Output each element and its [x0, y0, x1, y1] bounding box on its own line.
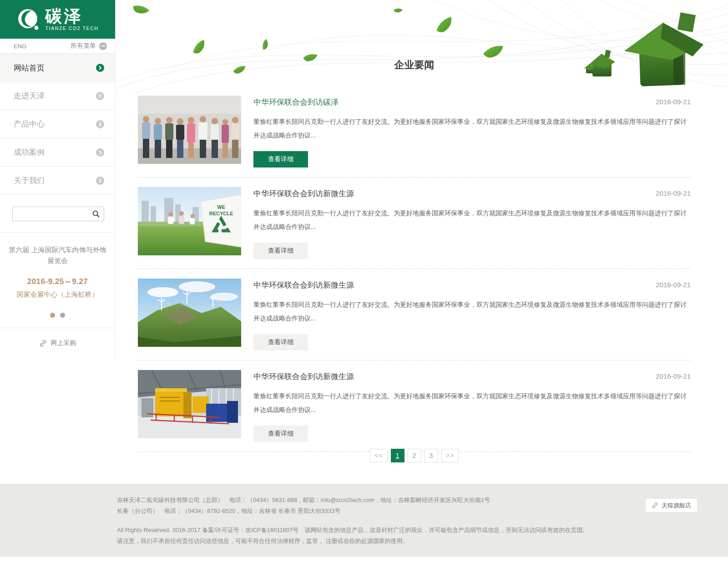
grass-house-icon	[584, 12, 703, 86]
carousel-dot-2[interactable]	[60, 313, 65, 318]
news-body: 中华环保联合会到访新微生源 2016-09-21 董焕红董事长陪同吕克勤一行人进…	[253, 279, 691, 350]
online-procurement-label: 网上采购	[51, 339, 76, 347]
wave-lines	[116, 0, 728, 93]
lang-switch[interactable]: ENG	[14, 43, 26, 50]
header-decoration	[116, 0, 728, 98]
news-excerpt: 董焕红董事长陪同吕克勤一行人进行了友好交流。为更好地服务国家环保事业，双方就国家…	[253, 115, 691, 142]
sidebar-item-about-us[interactable]: 关于我们	[0, 167, 115, 195]
top-bar: ENG 所有菜单	[0, 39, 115, 54]
link-icon	[39, 340, 47, 347]
news-list: 中华环保联合会到访碳泽 2016-09-21 董焕红董事长陪同吕克勤一行人进行了…	[138, 96, 691, 462]
news-date: 2016-09-21	[656, 372, 691, 380]
carousel-dots	[6, 313, 109, 318]
footer-company-line2: 长春（分公司） 电话：（0434）8792-6520，地址：吉林省 长春市 景阳…	[117, 506, 617, 517]
view-details-button[interactable]: 查看详细	[253, 334, 308, 350]
news-title[interactable]: 中华环保联合会到访新微生源	[253, 371, 354, 382]
sidebar-item-cases[interactable]: 成功案例	[0, 138, 115, 167]
pagination-prev[interactable]: <<	[370, 449, 387, 462]
news-thumbnail-factory-hall[interactable]	[138, 370, 241, 438]
logo-cn: 碳泽	[45, 8, 98, 25]
sidebar-item-products[interactable]: 产品中心	[0, 110, 115, 138]
news-title[interactable]: 中华环保联合会到访新微生源	[253, 280, 354, 290]
pagination-next[interactable]: >>	[441, 449, 459, 462]
chevron-right-icon	[96, 177, 104, 185]
news-thumbnail-group-photo[interactable]	[138, 96, 241, 164]
svg-text:RECYCLE: RECYCLE	[209, 211, 233, 216]
logo[interactable]: 碳泽 TIANZE CO2 TECH	[0, 0, 115, 39]
link-icon	[652, 502, 658, 509]
carousel-dot-1[interactable]	[50, 313, 55, 318]
event-date: 2016-9.25～9.27	[6, 276, 109, 287]
news-date: 2016-09-21	[656, 281, 691, 289]
all-menu-label: 所有菜单	[71, 42, 96, 50]
sidebar-item-label: 关于我们	[14, 175, 45, 186]
tmall-store-button[interactable]: 天猫旗舰店	[646, 499, 697, 512]
news-item: WE RECYCLE 中华环保联合会到访新微生源 2016-09-21 董焕红董…	[138, 187, 691, 269]
sidebar-item-home[interactable]: 网站首页	[0, 54, 115, 82]
news-date: 2016-09-21	[656, 189, 691, 197]
minus-circle-icon	[99, 42, 107, 50]
news-body: 中华环保联合会到访碳泽 2016-09-21 董焕红董事长陪同吕克勤一行人进行了…	[253, 96, 691, 167]
sidebar-item-about-tianze[interactable]: 走进天泽	[0, 82, 115, 110]
chevron-right-icon	[96, 148, 104, 157]
footer-rights-line2: 请注意，我们不承担任何责任访问这些信息，可能不符合任何法律程序，监管， 注册或在…	[117, 536, 617, 547]
chevron-right-icon	[96, 64, 104, 72]
tmall-store-label: 天猫旗舰店	[662, 502, 691, 510]
online-procurement-link[interactable]: 网上采购	[0, 328, 115, 360]
logo-leaf-icon	[16, 7, 41, 32]
news-title[interactable]: 中华环保联合会到访碳泽	[253, 97, 339, 107]
search-box	[12, 207, 104, 221]
news-body: 中华环保联合会到访新微生源 2016-09-21 董焕红董事长陪同吕克勤一行人进…	[253, 187, 691, 259]
pagination-page-3[interactable]: 3	[425, 449, 438, 462]
logo-text: 碳泽 TIANZE CO2 TECH	[45, 8, 98, 31]
news-excerpt: 董焕红董事长陪同吕克勤一行人进行了友好交流。为更好地服务国家环保事业，双方就国家…	[253, 206, 691, 233]
footer-company-line1: 吉林天泽二氧化碳科技有限公司（总部） 电话：（0434）5631-888，邮箱：…	[117, 495, 617, 506]
sidebar: 碳泽 TIANZE CO2 TECH ENG 所有菜单 网站首页 走进天泽 产品…	[0, 0, 116, 360]
view-details-button[interactable]: 查看详细	[253, 151, 308, 167]
pagination: << 1 2 3 >>	[138, 449, 691, 462]
event-venue: 国家会展中心（上海虹桥）	[6, 290, 109, 299]
view-details-button[interactable]: 查看详细	[253, 426, 308, 442]
news-title[interactable]: 中华环保联合会到访新微生源	[253, 188, 354, 199]
svg-text:WE: WE	[217, 204, 225, 210]
news-body: 中华环保联合会到访新微生源 2016-09-21 董焕红董事长陪同吕克勤一行人进…	[253, 370, 691, 442]
footer-text: 吉林天泽二氧化碳科技有限公司（总部） 电话：（0434）5631-888，邮箱：…	[117, 495, 617, 547]
search-panel	[0, 195, 115, 233]
sidebar-item-label: 走进天泽	[14, 91, 45, 101]
search-input[interactable]	[13, 208, 88, 220]
search-button[interactable]	[88, 207, 104, 221]
search-icon	[92, 210, 100, 218]
news-thumbnail-we-recycle[interactable]: WE RECYCLE	[138, 187, 241, 255]
event-title-line2: 展览会	[6, 255, 109, 266]
event-banner: 第六届 上海国际汽车内饰与外饰 展览会 2016-9.25～9.27 国家会展中…	[0, 233, 115, 328]
news-date: 2016-09-21	[656, 98, 691, 106]
news-thumbnail-wind-landscape[interactable]	[138, 279, 241, 347]
all-menu-toggle[interactable]: 所有菜单	[71, 42, 107, 50]
pagination-page-2[interactable]: 2	[408, 449, 421, 462]
sidebar-item-label: 成功案例	[14, 147, 45, 157]
news-excerpt: 董焕红董事长陪同吕克勤一行人进行了友好交流。为更好地服务国家环保事业，双方就国家…	[253, 389, 691, 416]
news-item: 中华环保联合会到访新微生源 2016-09-21 董焕红董事长陪同吕克勤一行人进…	[138, 370, 691, 452]
footer: 吉林天泽二氧化碳科技有限公司（总部） 电话：（0434）5631-888，邮箱：…	[0, 484, 728, 557]
news-item: 中华环保联合会到访新微生源 2016-09-21 董焕红董事长陪同吕克勤一行人进…	[138, 279, 691, 360]
sidebar-item-label: 网站首页	[14, 63, 45, 73]
chevron-right-icon	[96, 92, 104, 100]
sidebar-item-label: 产品中心	[14, 119, 45, 129]
chevron-right-icon	[96, 120, 104, 128]
news-excerpt: 董焕红董事长陪同吕克勤一行人进行了友好交流。为更好地服务国家环保事业，双方就国家…	[253, 298, 691, 325]
event-title-line1: 第六届 上海国际汽车内饰与外饰	[6, 244, 109, 255]
pagination-page-1[interactable]: 1	[391, 449, 404, 462]
logo-en: TIANZE CO2 TECH	[45, 25, 98, 31]
news-item: 中华环保联合会到访碳泽 2016-09-21 董焕红董事长陪同吕克勤一行人进行了…	[138, 96, 691, 178]
footer-rights-line1: All Rights Reserved. 2016-2017 备案/许可证号：吉…	[117, 525, 617, 536]
page-title: 企业要闻	[138, 58, 691, 72]
page: 碳泽 TIANZE CO2 TECH ENG 所有菜单 网站首页 走进天泽 产品…	[0, 0, 728, 568]
view-details-button[interactable]: 查看详细	[253, 243, 308, 259]
